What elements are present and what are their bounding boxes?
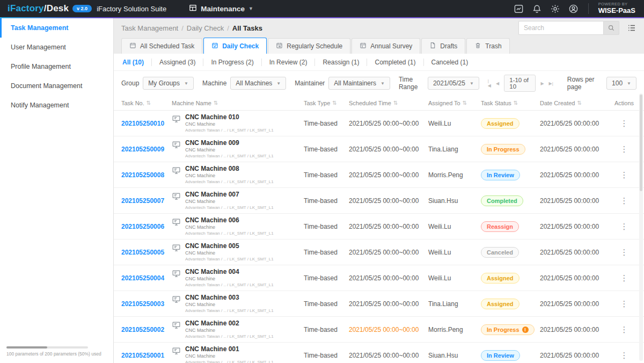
time-range-filter-select[interactable]: 2021/05/25▼	[428, 77, 479, 90]
sidebar-item[interactable]: Document Management	[0, 76, 113, 96]
machine-filter-select[interactable]: All Machines▼	[230, 77, 286, 90]
status-filter-item[interactable]: All (10)	[121, 59, 152, 66]
status-filter-item[interactable]: In Progress (2)	[203, 59, 261, 66]
rows-per-page-select[interactable]: 100▼	[606, 77, 636, 90]
status-badge: In Review	[481, 350, 520, 361]
sort-icon[interactable]: ⇅	[577, 100, 581, 106]
sort-icon[interactable]: ⇅	[393, 100, 398, 106]
column-header-scheduled-time[interactable]: Scheduled Time⇅	[349, 100, 425, 106]
task-no-link[interactable]: 202105250010	[121, 120, 169, 127]
task-no-link[interactable]: 202105250006	[121, 223, 169, 230]
date-created: 2021/05/25 00:00:00	[540, 249, 609, 256]
row-actions-menu-icon[interactable]: ⋮	[620, 351, 628, 360]
calendar-check-icon	[211, 42, 218, 50]
machine-cell: CNC Machine 009 CNC Machine Advantech Ta…	[172, 139, 301, 159]
page-range[interactable]: 1-10 of 10	[504, 75, 536, 92]
task-type: Time-based	[304, 300, 346, 308]
app-menu-maintenance[interactable]: Maintenance ▼	[189, 4, 253, 13]
task-no-link[interactable]: 202105250009	[121, 146, 169, 153]
column-header-assigned-to[interactable]: Assigned To⇅	[428, 100, 478, 106]
tab-regularly-schedule[interactable]: Regularly Schedule	[268, 38, 350, 54]
topbar-divider	[588, 3, 589, 14]
table-row: 202105250001 CNC Machine 001 CNC Machine…	[114, 343, 644, 363]
status-filter-item[interactable]: Completed (1)	[367, 59, 423, 66]
previous-page-icon[interactable]: ◀	[496, 81, 499, 86]
last-page-icon[interactable]: ▶|	[549, 81, 553, 86]
column-header-task-status[interactable]: Task Status⇅	[481, 100, 537, 106]
scrollbar-thumb[interactable]	[640, 95, 642, 191]
column-header-task-type[interactable]: Task Type⇅	[304, 100, 346, 106]
row-actions-menu-icon[interactable]: ⋮	[620, 222, 628, 231]
task-no-link[interactable]: 202105250002	[121, 326, 169, 333]
sort-icon[interactable]: ⇅	[214, 100, 218, 106]
sidebar: Task ManagementUser ManagementProfile Ma…	[0, 18, 114, 363]
dashboard-icon[interactable]	[514, 4, 524, 14]
status-filter-item[interactable]: Reassign (1)	[315, 59, 367, 66]
machine-cell: CNC Machine 006 CNC Machine Advantech Ta…	[172, 216, 301, 237]
status-filter-item[interactable]: In Review (2)	[262, 59, 316, 66]
tab-annual-survey[interactable]: Annual Survey	[352, 38, 420, 54]
task-no-link[interactable]: 202105250008	[121, 171, 169, 179]
topbar-actions: POWERED BY WISE-PaaS	[514, 2, 638, 15]
machine-name: CNC Machine 003	[185, 294, 274, 302]
task-no-link[interactable]: 202105250004	[121, 274, 169, 282]
sidebar-item[interactable]: User Management	[0, 38, 113, 57]
sidebar-item[interactable]: Task Management	[0, 18, 113, 38]
row-actions-menu-icon[interactable]: ⋮	[620, 299, 628, 309]
tab-drafts[interactable]: Drafts	[421, 38, 465, 54]
row-actions-menu-icon[interactable]: ⋮	[620, 119, 628, 128]
breadcrumb-part: Task Management	[121, 24, 178, 32]
row-actions-menu-icon[interactable]: ⋮	[620, 170, 628, 180]
machine-name: CNC Machine 010	[185, 113, 274, 122]
row-actions-menu-icon[interactable]: ⋮	[620, 196, 628, 206]
tab-all-scheduled-task[interactable]: All Scheduled Task	[121, 38, 202, 54]
search-button[interactable]	[603, 21, 619, 35]
first-page-icon[interactable]: |◀	[488, 78, 491, 88]
status-badge: Assigned	[481, 118, 519, 129]
column-header-date-created[interactable]: Date Created⇅	[540, 100, 609, 106]
draft-file-icon	[429, 42, 436, 50]
column-header-task-no[interactable]: Task No.⇅	[121, 100, 169, 106]
sort-icon[interactable]: ⇅	[463, 100, 467, 106]
maintainer-filter-select[interactable]: All Maintainers▼	[328, 77, 390, 90]
account-icon[interactable]	[568, 4, 579, 14]
status-filter-item[interactable]: Assigned (3)	[152, 59, 203, 66]
machine-cell: CNC Machine 002 CNC Machine Advantech Ta…	[172, 320, 301, 340]
task-no-link[interactable]: 202105250005	[121, 249, 169, 256]
machine-icon	[172, 113, 181, 126]
date-created: 2021/05/25 00:00:00	[540, 171, 609, 179]
notifications-bell-icon[interactable]	[532, 4, 542, 14]
row-actions-menu-icon[interactable]: ⋮	[620, 248, 628, 257]
sort-icon[interactable]: ⇅	[147, 100, 151, 106]
row-actions-menu-icon[interactable]: ⋮	[620, 273, 628, 283]
status-filter-item[interactable]: Canceled (1)	[424, 59, 476, 66]
usage-meter: 100 parameters of 200 parameters (50%) u…	[0, 341, 113, 363]
machine-path: Advantech Taiwan / .. / LK_SMT / LK_SMT_…	[185, 128, 274, 133]
machine-path: Advantech Taiwan / .. / LK_SMT / LK_SMT_…	[185, 282, 274, 288]
usage-bar	[6, 346, 88, 349]
list-view-icon[interactable]	[627, 23, 636, 33]
scrollbar[interactable]	[639, 93, 643, 361]
next-page-icon[interactable]: ▶	[540, 81, 544, 86]
scheduled-time: 2021/05/25 00:00~00:00	[349, 171, 425, 179]
task-no-link[interactable]: 202105250003	[121, 300, 169, 308]
tab-daily-check[interactable]: Daily Check	[203, 38, 267, 54]
machine-type: CNC Machine	[185, 250, 274, 257]
search-input[interactable]	[518, 21, 603, 35]
group-filter-select[interactable]: My Groups▼	[143, 77, 194, 90]
row-actions-menu-icon[interactable]: ⋮	[620, 144, 628, 154]
tab-trash[interactable]: Trash	[466, 38, 509, 54]
machine-cell: CNC Machine 005 CNC Machine Advantech Ta…	[172, 242, 301, 263]
maintainer-filter-label: Maintainer	[295, 79, 325, 87]
task-no-link[interactable]: 202105250001	[121, 352, 169, 359]
sort-icon[interactable]: ⇅	[332, 100, 336, 106]
settings-gear-icon[interactable]	[550, 4, 560, 14]
task-no-link[interactable]: 202105250007	[121, 197, 169, 205]
sidebar-item[interactable]: Profile Management	[0, 57, 113, 76]
machine-icon	[172, 242, 181, 255]
time-range-filter-label: Time Range	[399, 76, 424, 91]
column-header-machine-name[interactable]: Machine Name⇅	[172, 100, 301, 106]
sort-icon[interactable]: ⇅	[514, 100, 518, 106]
sidebar-item[interactable]: Notify Management	[0, 96, 113, 115]
row-actions-menu-icon[interactable]: ⋮	[620, 325, 628, 335]
